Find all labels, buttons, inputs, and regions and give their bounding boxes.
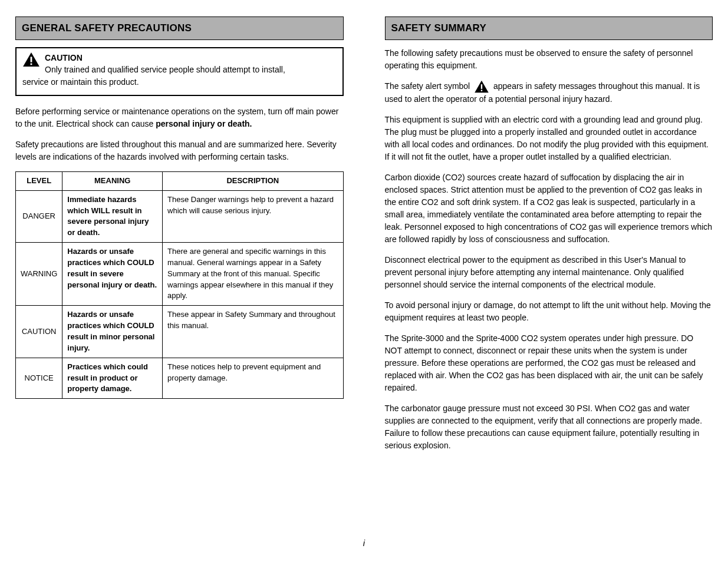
caution-label: CAUTION <box>45 53 83 62</box>
left-section-header: GENERAL SAFETY PRECAUTIONS <box>15 16 344 40</box>
svg-rect-2 <box>481 84 482 89</box>
left-para-2: Safety precautions are listed throughout… <box>15 138 344 163</box>
right-p4: To avoid personal injury or damage, do n… <box>385 299 713 324</box>
table-row: NOTICE Practices which could result in p… <box>16 358 344 399</box>
right-p3: Disconnect electrical power to the equip… <box>385 254 713 291</box>
table-row: WARNING Hazards or unsafe practices whic… <box>16 243 344 306</box>
table-row: DANGER Immediate hazards which WILL resu… <box>16 190 344 242</box>
right-p6: The carbonator gauge pressure must not e… <box>385 402 713 452</box>
warning-icon <box>22 52 40 67</box>
th-level: LEVEL <box>16 171 62 190</box>
svg-rect-3 <box>481 90 482 91</box>
th-description: DESCRIPTION <box>163 171 343 190</box>
table-row: CAUTION Hazards or unsafe practices whic… <box>16 306 344 358</box>
right-p5: The Sprite-3000 and the Sprite-4000 CO2 … <box>385 332 713 394</box>
left-para-1: Before performing service or maintenance… <box>15 105 344 130</box>
page-number: i <box>0 538 728 548</box>
right-intro: The following safety precautions must be… <box>385 47 713 72</box>
caution-text-2: service or maintain this product. <box>22 76 337 88</box>
warning-icon <box>474 80 489 93</box>
right-alert-para: The safety alert symbol appears in safet… <box>385 80 713 105</box>
severity-table: LEVEL MEANING DESCRIPTION DANGER Immedia… <box>15 171 344 399</box>
right-p2: Carbon dioxide (CO2) sources create haza… <box>385 171 713 246</box>
caution-text-1: Only trained and qualified service peopl… <box>45 65 285 74</box>
right-section-header: SAFETY SUMMARY <box>385 16 713 40</box>
right-p1: This equipment is supplied with an elect… <box>385 114 713 163</box>
caution-box: CAUTION Only trained and qualified servi… <box>15 47 344 96</box>
th-meaning: MEANING <box>62 171 163 190</box>
svg-rect-0 <box>31 57 32 62</box>
svg-rect-1 <box>31 64 32 65</box>
